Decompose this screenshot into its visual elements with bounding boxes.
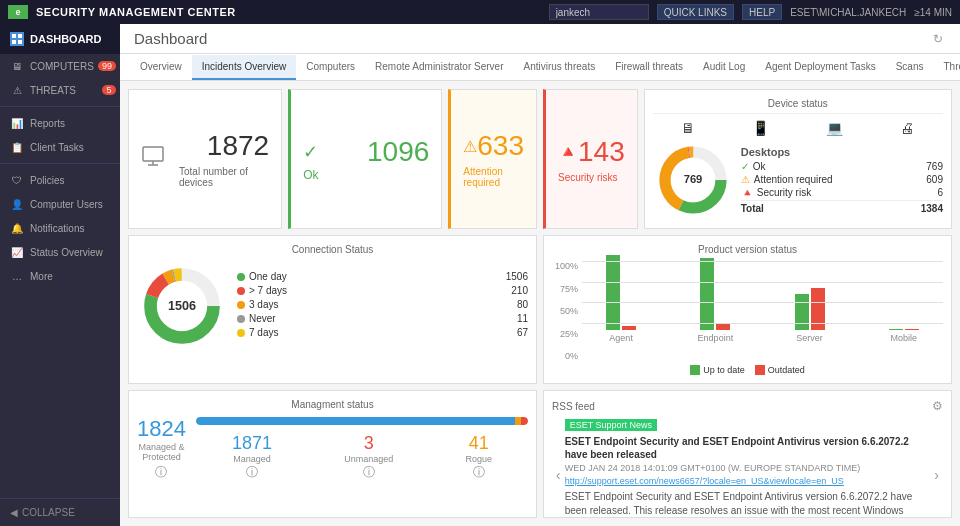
rss-settings-icon[interactable]: ⚙ [932,399,943,413]
reports-icon: 📊 [10,116,24,130]
rss-next-button[interactable]: › [930,467,943,483]
sidebar-divider-1 [0,106,120,107]
app-title: SECURITY MANAGEMENT CENTER [36,6,541,18]
conn-label-never: Never [249,313,276,324]
mgmt-right: 1871 Managed ⓘ 3 Unmanaged ⓘ [196,417,528,481]
ok-card: ✓ 1096 Ok [288,89,442,229]
device-type-icons: 🖥 📱 💻 🖨 [653,120,943,136]
search-input[interactable] [549,4,649,20]
threats-icon: ⚠ [10,83,24,97]
sidebar-item-more[interactable]: … More [0,264,120,288]
top-bar: e SECURITY MANAGEMENT CENTER QUICK LINKS… [0,0,960,24]
pv-bar-agent-uptodate [606,255,620,330]
attention-label: Attention required [463,166,524,188]
pv-label-mobile: Mobile [891,333,918,343]
mgmt-stat-managed: 1871 Managed ⓘ [232,433,272,481]
tabs-bar: Overview Incidents Overview Computers Re… [120,54,960,81]
svg-text:769: 769 [683,173,702,185]
connection-donut: 1506 [137,261,227,351]
rss-link[interactable]: http://support.eset.com/news6657/?locale… [565,476,931,486]
tab-overview[interactable]: Overview [130,55,192,80]
tab-firewall-threats[interactable]: Firewall threats [605,55,693,80]
devices-metric: 1872 Total number of devices [141,130,269,188]
total-devices-value: 1872 [179,130,269,162]
quick-links-button[interactable]: QUICK LINKS [657,4,734,20]
management-status-card: Managment status 1824 Managed &Protected… [128,390,537,518]
tab-remote-admin[interactable]: Remote Administrator Server [365,55,513,80]
pv-label-agent: Agent [609,333,633,343]
sidebar-item-status-overview[interactable]: 📈 Status Overview [0,240,120,264]
product-version-chart: 100% 75% 50% 25% 0% [552,261,943,361]
refresh-icon[interactable]: ↻ [930,31,946,47]
conn-value-never: 11 [517,313,528,324]
sidebar-item-notifications[interactable]: 🔔 Notifications [0,216,120,240]
collapse-icon: ◀ [10,507,18,518]
tab-computers[interactable]: Computers [296,55,365,80]
conn-label-7days-2: 7 days [249,327,278,338]
help-button[interactable]: HELP [742,4,782,20]
product-version-card: Product version status 100% 75% 50% 25% … [543,235,952,384]
device-legend-title: Desktops [741,146,943,158]
sidebar-label-tasks: Client Tasks [30,142,84,153]
rss-content: ESET Support News ESET Endpoint Security… [565,417,931,518]
sidebar-item-threats[interactable]: ⚠ THREATS 5 [0,78,120,102]
tab-scans[interactable]: Scans [886,55,934,80]
sidebar-item-dashboard[interactable]: DASHBOARD [0,24,120,54]
mgmt-progress-bar [196,417,528,425]
sidebar-item-client-tasks[interactable]: 📋 Client Tasks [0,135,120,159]
pv-group-mobile: Mobile [865,250,943,343]
legend-outdated: Outdated [755,365,805,375]
sidebar-item-reports[interactable]: 📊 Reports [0,111,120,135]
legend-security: 🔺Security risk 6 [741,187,943,198]
mgmt-protected-icon: ⓘ [155,464,167,481]
mgmt-stat-unmanaged: 3 Unmanaged ⓘ [344,433,393,481]
tab-agent-deployment[interactable]: Agent Deployment Tasks [755,55,885,80]
connection-legend: One day 1506 > 7 days 210 3 days 80 [237,271,528,341]
threats-badge: 5 [102,85,116,95]
legend-security-value: 6 [937,187,943,198]
collapse-button[interactable]: ◀ COLLAPSE [0,498,120,526]
legend-attention-value: 609 [926,174,943,185]
mgmt-unmanaged-label: Unmanaged [344,454,393,464]
dashboard-label: DASHBOARD [30,33,102,45]
bottom-row: Managment status 1824 Managed &Protected… [128,390,952,518]
security-card: 🔺 143 Security risks [543,89,638,229]
pv-group-server: Server [771,250,849,343]
sidebar-item-policies[interactable]: 🛡 Policies [0,168,120,192]
devices-icon [141,145,171,174]
sidebar-item-computers[interactable]: 🖥 COMPUTERS 99 [0,54,120,78]
dashboard-icon [10,32,24,46]
pv-label-server: Server [796,333,823,343]
conn-item-3days: 3 days 80 [237,299,528,310]
tab-incidents-overview[interactable]: Incidents Overview [192,55,296,80]
mgmt-body: 1824 Managed &Protected ⓘ [137,416,528,481]
sidebar-divider-2 [0,163,120,164]
ok-status: Ok [303,168,429,182]
tab-threats[interactable]: Threats [933,55,960,80]
sidebar-label-more: More [30,271,53,282]
mid-row: Connection Status 1506 [128,235,952,384]
policies-icon: 🛡 [10,173,24,187]
device-legend: Desktops ✓Ok 769 ⚠Attention required 609… [741,146,943,214]
pv-bars-agent [606,250,636,330]
mgmt-rogue-value: 41 [465,433,492,454]
conn-label-7days: > 7 days [249,285,287,296]
tab-antivirus-threats[interactable]: Antivirus threats [513,55,605,80]
legend-outdated-label: Outdated [768,365,805,375]
sidebar-label-users: Computer Users [30,199,103,210]
status-icon: 📈 [10,245,24,259]
rss-feed-card: RSS feed ⚙ ‹ ESET Support News ESET Endp… [543,390,952,518]
conn-value-7days: 210 [511,285,528,296]
rss-prev-button[interactable]: ‹ [552,467,565,483]
attention-card: ⚠ 633 Attention required [448,89,537,229]
main-content: Dashboard ↻ Overview Incidents Overview … [120,24,960,526]
mgmt-total: 1824 [137,416,186,442]
pv-group-endpoint: Endpoint [676,250,754,343]
tab-audit-log[interactable]: Audit Log [693,55,755,80]
sidebar: DASHBOARD 🖥 COMPUTERS 99 ⚠ THREATS 5 📊 R… [0,24,120,526]
sidebar-item-computer-users[interactable]: 👤 Computer Users [0,192,120,216]
conn-label-3days: 3 days [249,299,278,310]
legend-uptodate-label: Up to date [703,365,745,375]
legend-outdated-icon [755,365,765,375]
mgmt-rogue-label: Rogue [465,454,492,464]
